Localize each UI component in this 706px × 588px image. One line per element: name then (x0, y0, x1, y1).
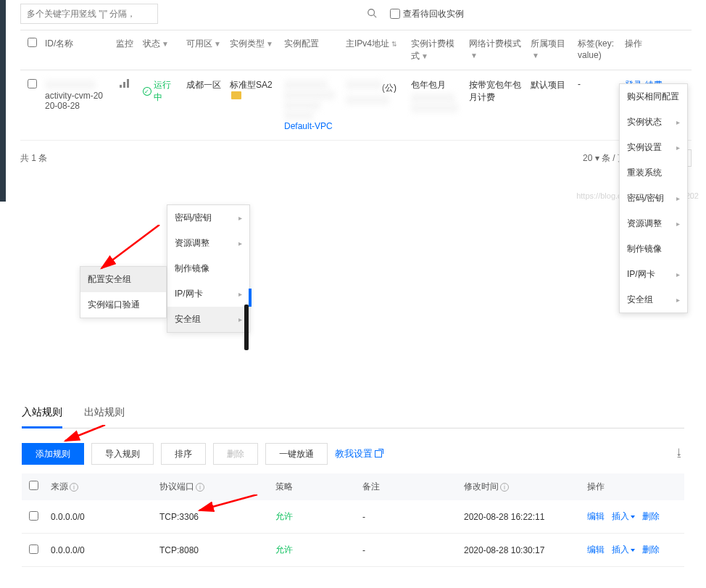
net-value: 按带宽包年包月计费 (465, 79, 527, 104)
col-bill[interactable]: 实例计费模式▼ (407, 38, 465, 62)
col-proj[interactable]: 所属项目▼ (527, 38, 574, 62)
rule-note: - (359, 512, 460, 522)
dropdown-item-status[interactable]: 实例状态▸ (620, 109, 687, 135)
col-ip[interactable]: 主IPv4地址 ⇅ (342, 38, 407, 62)
dropdown-item-reinstall[interactable]: 重装系统 (620, 160, 687, 186)
filter-icon[interactable]: ▼ (214, 40, 221, 48)
table-header: ID/名称 监控 状态▼ 可用区▼ 实例类型▼ 实例配置 主IPv4地址 ⇅ 实… (20, 30, 692, 70)
dropdown-item-security-group[interactable]: 安全组▸ (620, 287, 687, 312)
insert-link[interactable]: 插入 (612, 510, 635, 523)
filter-icon[interactable]: ▼ (470, 51, 478, 59)
filter-icon[interactable]: ▼ (532, 51, 539, 59)
add-rule-button[interactable]: 添加规则 (22, 443, 84, 465)
col-monitor: 监控 (110, 38, 139, 62)
more-dropdown: 购买相同配置 实例状态▸ 实例设置▸ 重装系统 密码/密钥▸ 资源调整▸ 制作镜… (619, 83, 688, 313)
chevron-right-icon: ▸ (238, 214, 242, 222)
info-icon[interactable]: i (196, 483, 204, 492)
dropdown-item-password[interactable]: 密码/密钥▸ (620, 186, 687, 211)
sort-icon[interactable]: ⇅ (389, 41, 397, 48)
dropdown-item-image[interactable]: 制作镜像 (620, 236, 687, 262)
edit-link[interactable]: 编辑 (587, 510, 605, 523)
status-dot-icon: ✓ (143, 87, 151, 96)
filter-icon[interactable]: ▼ (162, 40, 169, 48)
ip-value: (公) (342, 79, 407, 106)
dropdown-item-ip[interactable]: IP/网卡▸ (620, 262, 687, 287)
col-id: ID/名称 (41, 38, 110, 62)
dropdown-item-resource[interactable]: 资源调整▸ (620, 211, 687, 236)
col-net[interactable]: 网络计费模式▼ (465, 38, 527, 62)
sort-button[interactable]: 排序 (161, 443, 206, 465)
status-running: ✓ 运行中 (143, 79, 179, 104)
external-link-icon (375, 450, 382, 457)
tag-value: - (574, 79, 621, 89)
rule-port: TCP:8080 (156, 545, 272, 555)
chevron-right-icon: ▸ (676, 194, 680, 202)
col-az[interactable]: 可用区▼ (183, 38, 226, 62)
row-checkbox[interactable] (28, 79, 37, 88)
rule-checkbox[interactable] (29, 511, 38, 521)
tab-inbound[interactable]: 入站规则 (22, 399, 62, 428)
rules-tabs: 入站规则 出站规则 (22, 399, 684, 428)
table-row: activity-cvm-2020-08-28 ✓ 运行中 成都一区 标准型SA… (20, 70, 692, 141)
submenu-item-password[interactable]: 密码/密钥▸ (167, 205, 249, 231)
total-count: 共 1 条 (20, 152, 47, 165)
monitor-icon[interactable] (119, 80, 130, 90)
svg-line-6 (101, 225, 159, 268)
insert-link[interactable]: 插入 (612, 544, 635, 556)
instance-table: ID/名称 监控 状态▼ 可用区▼ 实例类型▼ 实例配置 主IPv4地址 ⇅ 实… (20, 30, 692, 141)
dropdown-item-buy-same[interactable]: 购买相同配置 (620, 84, 687, 109)
chevron-right-icon: ▸ (676, 296, 680, 304)
col-ops: 操作 (584, 481, 681, 493)
submenu-item-port-check[interactable]: 实例端口验通 (80, 292, 166, 318)
filter-icon[interactable]: ▼ (266, 40, 273, 48)
info-icon[interactable]: i (70, 483, 78, 492)
col-tag: 标签(key:value) (574, 38, 621, 62)
edit-link[interactable]: 编辑 (587, 544, 605, 556)
svg-rect-4 (127, 79, 129, 88)
recycle-checkbox[interactable]: 查看待回收实例 (390, 8, 464, 20)
delete-link[interactable]: 删除 (642, 510, 660, 523)
instance-name[interactable]: activity-cvm-2020-08-28 (45, 91, 107, 111)
open-all-button[interactable]: 一键放通 (265, 443, 328, 465)
tab-outbound[interactable]: 出站规则 (84, 399, 125, 428)
tutorial-link[interactable]: 教我设置 (335, 447, 382, 460)
col-status[interactable]: 状态▼ (139, 38, 183, 62)
search-input[interactable] (20, 4, 158, 24)
rules-table-header: 来源i 协议端口i 策略 备注 修改时间i 操作 (22, 473, 684, 500)
submenu-item-image[interactable]: 制作镜像 (167, 256, 249, 281)
chevron-right-icon: ▸ (676, 118, 680, 126)
col-note: 备注 (359, 481, 460, 493)
delete-link[interactable]: 删除 (642, 544, 660, 556)
delete-button[interactable]: 删除 (213, 443, 258, 465)
select-all-checkbox[interactable] (28, 38, 37, 47)
vpc-link[interactable]: Default-VPC (284, 121, 339, 131)
col-type[interactable]: 实例类型▼ (226, 38, 281, 62)
col-policy: 策略 (272, 481, 359, 493)
chevron-right-icon: ▸ (676, 270, 680, 278)
chevron-right-icon: ▸ (676, 144, 680, 152)
info-icon[interactable]: i (500, 483, 509, 492)
svg-rect-3 (123, 82, 125, 88)
type-value: 标准型SA2 (226, 79, 281, 102)
submenu-item-config-sg[interactable]: 配置安全组 (80, 267, 166, 292)
svg-line-1 (374, 15, 377, 18)
bill-value: 包年包月 (407, 79, 465, 114)
download-icon[interactable]: ⭳ (674, 447, 684, 458)
submenu-panel: 密码/密钥▸ 资源调整▸ 制作镜像 IP/网卡▸ 安全组▸ 配置安全组 实例端口… (0, 203, 706, 363)
import-rule-button[interactable]: 导入规则 (91, 443, 154, 465)
svg-point-0 (368, 9, 375, 16)
rule-row: 0.0.0.0/0 TCP:8080 允许 - 2020-08-28 10:30… (22, 534, 684, 567)
rule-time: 2020-08-28 16:22:11 (460, 512, 584, 522)
search-icon[interactable] (367, 8, 377, 20)
dark-scrollbar[interactable] (244, 305, 249, 350)
rule-row: 0.0.0.0/0 TCP:3306 允许 - 2020-08-28 16:22… (22, 500, 684, 534)
submenu-item-ip[interactable]: IP/网卡▸ (167, 281, 249, 307)
filter-icon[interactable]: ▼ (421, 52, 428, 60)
dropdown-item-settings[interactable]: 实例设置▸ (620, 135, 687, 160)
rule-checkbox[interactable] (29, 544, 38, 554)
submenu-item-security-group[interactable]: 安全组▸ (167, 307, 249, 332)
svg-rect-2 (120, 85, 122, 88)
select-all-rules-checkbox[interactable] (29, 481, 38, 490)
submenu-item-resource[interactable]: 资源调整▸ (167, 231, 249, 256)
chevron-right-icon: ▸ (676, 220, 680, 228)
